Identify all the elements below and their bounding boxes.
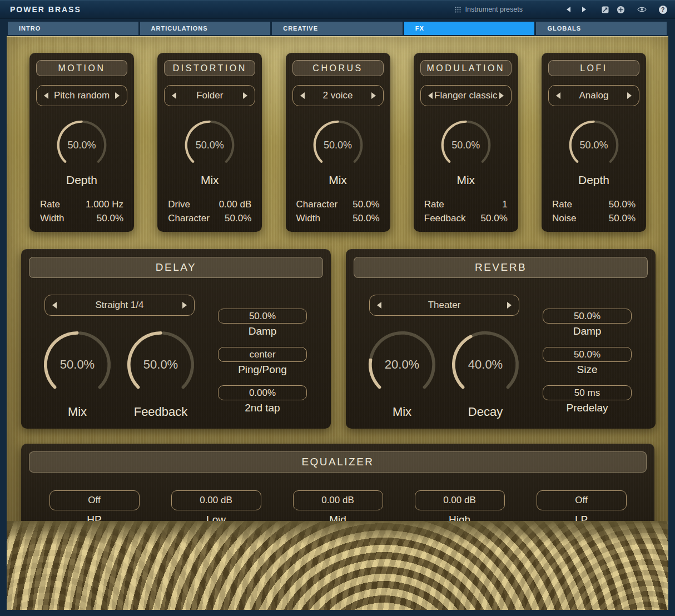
knob[interactable]: 50.0% (55, 118, 108, 172)
knob-label: Mix (201, 173, 219, 187)
value-box[interactable]: Off (49, 490, 140, 510)
fx-panel-title-button[interactable]: LOFI (548, 60, 639, 76)
prev-option-icon[interactable] (377, 302, 381, 309)
resize-button[interactable] (598, 3, 612, 16)
fx-type-selector[interactable]: Analog (548, 85, 639, 106)
fx-panel-motion: MOTIONPitch random50.0%DepthRate1.000 Hz… (29, 53, 134, 232)
equalizer-title: EQUALIZER (301, 456, 374, 468)
next-arrow-icon (582, 7, 586, 12)
value-label: HP (49, 514, 140, 526)
knob[interactable]: 20.0% (366, 329, 438, 401)
value-label: LP (537, 514, 627, 526)
value-box[interactable]: center (218, 347, 307, 362)
parameter-value[interactable]: 50.0% (353, 199, 379, 210)
delay-title-button[interactable]: DELAY (29, 257, 323, 278)
parameter-label: Character (168, 213, 210, 224)
knob[interactable]: 50.0% (311, 118, 365, 172)
fx-panel-title: MODULATION (427, 63, 505, 73)
parameter-row: Width50.0% (296, 213, 380, 224)
prev-option-icon[interactable] (556, 92, 560, 99)
parameter-rows: Drive0.00 dBCharacter50.0% (164, 199, 255, 224)
knob[interactable]: 40.0% (449, 329, 522, 401)
tab-fx[interactable]: FX (404, 22, 535, 35)
next-option-icon[interactable] (507, 302, 512, 309)
parameter-row: Character50.0% (168, 213, 251, 224)
next-option-icon[interactable] (499, 92, 504, 99)
value-label: Size (543, 364, 632, 376)
value-box[interactable]: 0.00 dB (293, 490, 383, 510)
value-box[interactable]: 50.0% (543, 309, 632, 324)
next-option-icon[interactable] (182, 302, 187, 309)
parameter-value[interactable]: 50.0% (609, 199, 636, 210)
value-box[interactable]: 50 ms (543, 385, 632, 400)
value-label: Predelay (543, 402, 632, 414)
parameter-row: Width50.0% (40, 213, 123, 224)
eq-band-high: 0.00 dBHigh (415, 490, 505, 526)
next-option-icon[interactable] (627, 92, 632, 99)
parameter-value[interactable]: 50.0% (609, 213, 636, 224)
knob[interactable]: 50.0% (567, 118, 621, 172)
add-button[interactable] (614, 3, 627, 16)
parameter-value[interactable]: 50.0% (353, 213, 379, 224)
value-box[interactable]: 0.00 dB (415, 490, 505, 510)
equalizer-title-button[interactable]: EQUALIZER (29, 451, 647, 473)
fx-panel-title-button[interactable]: CHORUS (292, 60, 384, 76)
parameter-value[interactable]: 0.00 dB (219, 199, 252, 210)
tab-articulations[interactable]: ARTICULATIONS (140, 22, 271, 35)
knob[interactable]: 50.0% (125, 329, 197, 401)
value-label: Damp (543, 325, 632, 337)
value-box[interactable]: 0.00% (218, 385, 307, 400)
fx-type-selector[interactable]: 2 voice (292, 85, 384, 106)
side-parameter: 50 msPredelay (543, 385, 632, 414)
fx-type-selector[interactable]: Flanger classic (420, 85, 512, 106)
tab-intro[interactable]: INTRO (8, 22, 138, 35)
fx-panel-title-button[interactable]: MODULATION (420, 60, 512, 76)
prev-option-icon[interactable] (428, 92, 433, 99)
fx-panel-chorus: CHORUS2 voice50.0%MixCharacter50.0%Width… (286, 53, 390, 232)
parameter-value[interactable]: 50.0% (225, 213, 251, 224)
parameter-label: Noise (552, 213, 576, 224)
fx-panel-title-button[interactable]: DISTORTION (164, 60, 255, 76)
prev-option-icon[interactable] (172, 92, 176, 99)
eye-icon (637, 6, 647, 13)
tab-globals[interactable]: GLOBALS (536, 22, 667, 35)
value-box[interactable]: 50.0% (218, 309, 307, 324)
side-parameter: 50.0%Size (543, 347, 632, 376)
parameter-value[interactable]: 1.000 Hz (86, 199, 123, 210)
help-button[interactable]: ? (656, 3, 669, 16)
next-option-icon[interactable] (371, 92, 376, 99)
value-box[interactable]: 0.00 dB (171, 490, 261, 510)
parameter-value[interactable]: 50.0% (97, 213, 123, 224)
knob[interactable]: 50.0% (439, 118, 493, 172)
title-bar: POWER BRASS Instrument presets (0, 1, 675, 19)
side-parameter: 50.0%Damp (218, 309, 307, 337)
visibility-button[interactable] (635, 3, 648, 16)
reverb-title-button[interactable]: REVERB (354, 257, 648, 278)
next-option-icon[interactable] (243, 92, 247, 99)
fx-type-selector[interactable]: Folder (164, 85, 255, 106)
prev-option-icon[interactable] (52, 302, 57, 309)
delay-type-selector[interactable]: Straight 1/4 (44, 295, 195, 316)
eq-band-low: 0.00 dBLow (171, 490, 261, 526)
tab-creative[interactable]: CREATIVE (272, 22, 403, 35)
fx-panel-distortion: DISTORTIONFolder50.0%MixDrive0.00 dBChar… (157, 53, 262, 232)
parameter-rows: Rate1.000 HzWidth50.0% (36, 199, 127, 224)
prev-option-icon[interactable] (300, 92, 305, 99)
parameter-value[interactable]: 50.0% (481, 213, 508, 224)
value-box[interactable]: Off (537, 490, 627, 510)
parameter-value[interactable]: 1 (502, 199, 507, 210)
next-option-icon[interactable] (115, 92, 120, 99)
next-preset-button[interactable] (577, 3, 590, 16)
knob[interactable]: 50.0% (41, 329, 113, 401)
prev-preset-button[interactable] (562, 3, 575, 16)
value-box[interactable]: 50.0% (543, 347, 632, 362)
fx-type-selector[interactable]: Pitch random (36, 85, 127, 106)
instrument-presets-button[interactable]: Instrument presets (455, 6, 523, 13)
prev-option-icon[interactable] (44, 92, 48, 99)
reverb-type-selector[interactable]: Theater (369, 295, 519, 316)
fx-panel-title-button[interactable]: MOTION (36, 60, 127, 76)
parameter-row: Drive0.00 dB (168, 199, 251, 210)
knob[interactable]: 50.0% (183, 118, 236, 172)
equalizer-panel: EQUALIZEROffHP0.00 dBLow0.00 dBMid0.00 d… (21, 444, 654, 535)
parameter-row: Noise50.0% (552, 213, 636, 224)
